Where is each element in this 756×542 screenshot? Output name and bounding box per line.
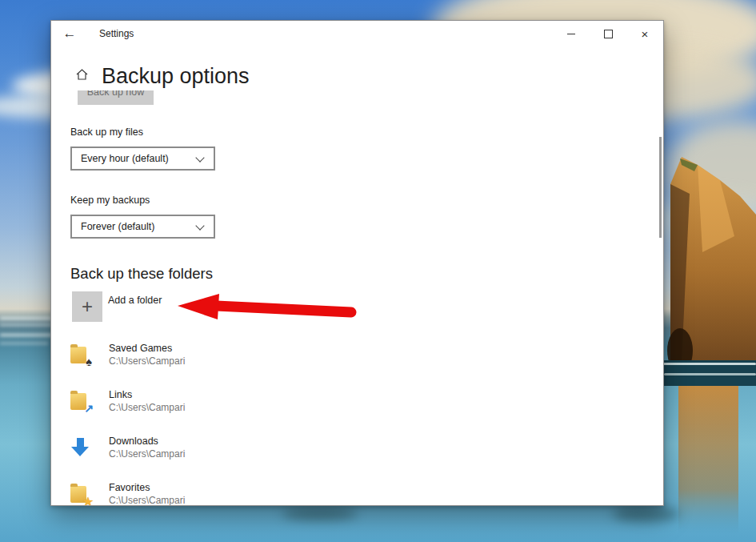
- maximize-icon: [604, 30, 613, 38]
- sea-foam: [0, 334, 56, 336]
- downloads-arrow-icon: [69, 436, 91, 459]
- add-folder-label: Add a folder: [108, 295, 162, 306]
- sea-foam: [0, 343, 48, 344]
- close-button[interactable]: ×: [626, 21, 663, 46]
- sea-foam: [0, 324, 53, 326]
- minimize-icon: [567, 34, 575, 34]
- water-reflection: [282, 508, 358, 520]
- cliff-illustration: [656, 120, 756, 542]
- close-icon: ×: [642, 28, 649, 40]
- saved-games-folder-icon: ♠: [69, 343, 91, 366]
- folder-name: Favorites: [109, 481, 150, 494]
- folders-section-heading: Back up these folders: [70, 265, 213, 283]
- folder-path: C:\Users\Campari: [109, 494, 185, 505]
- window-controls: ×: [553, 21, 663, 46]
- favorites-folder-icon: ★: [69, 483, 91, 505]
- folder-path: C:\Users\Campari: [109, 355, 185, 367]
- chevron-down-icon: [195, 153, 204, 162]
- water-reflection: [612, 506, 680, 522]
- maximize-button[interactable]: [590, 21, 626, 46]
- minimize-button[interactable]: [553, 21, 590, 46]
- back-button[interactable]: ←: [51, 21, 88, 46]
- settings-window: ← Settings × Backup options Back up no: [50, 20, 664, 506]
- plus-icon: +: [82, 295, 93, 318]
- scrollbar-thumb[interactable]: [659, 137, 662, 238]
- folder-name: Links: [109, 388, 132, 401]
- folder-row-favorites[interactable]: ★ Favorites C:\Users\Campari: [69, 480, 389, 505]
- back-arrow-icon: ←: [63, 26, 77, 42]
- folder-name: Saved Games: [109, 342, 172, 355]
- backup-frequency-dropdown[interactable]: Every hour (default): [70, 147, 215, 171]
- dropdown-selected-value: Every hour (default): [81, 153, 169, 164]
- window-title: Settings: [99, 21, 134, 46]
- titlebar: ← Settings ×: [51, 21, 663, 46]
- backup-frequency-label: Back up my files: [70, 126, 143, 138]
- folder-name: Downloads: [109, 435, 158, 448]
- chevron-down-icon: [195, 221, 204, 230]
- dropdown-selected-value: Forever (default): [81, 221, 154, 232]
- links-folder-icon: ↗: [69, 390, 91, 412]
- add-folder-button[interactable]: +: [72, 291, 102, 322]
- backup-retention-label: Keep my backups: [70, 195, 150, 206]
- backup-retention-dropdown[interactable]: Forever (default): [70, 215, 215, 239]
- folder-path: C:\Users\Campari: [109, 448, 185, 460]
- folder-row-saved-games[interactable]: ♠ Saved Games C:\Users\Campari: [69, 341, 389, 386]
- folder-row-links[interactable]: ↗ Links C:\Users\Campari: [69, 387, 389, 432]
- folder-row-downloads[interactable]: Downloads C:\Users\Campari: [69, 434, 389, 479]
- page-title: Backup options: [102, 62, 250, 90]
- backup-now-button-clipped[interactable]: Back up now: [78, 90, 154, 106]
- home-icon: [75, 68, 89, 81]
- sea-foam: [0, 317, 58, 319]
- folder-path: C:\Users\Campari: [109, 401, 185, 414]
